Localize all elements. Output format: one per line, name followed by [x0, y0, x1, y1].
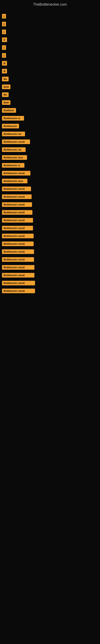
bottleneck-label: E — [2, 38, 7, 42]
list-item: Bottleneck — [2, 122, 98, 130]
bottleneck-label: Bottleneck res — [2, 147, 26, 152]
list-item: Bottleneck result — [2, 169, 98, 177]
list-item: | — [2, 28, 98, 36]
bottleneck-label: Bottleneck result — [2, 234, 34, 238]
list-item: | — [2, 12, 98, 20]
bottleneck-label: Bottleneck result — [2, 273, 34, 278]
list-item: E — [2, 36, 98, 44]
site-title: TheBottlenecker.com — [0, 0, 100, 8]
list-item: Bo — [2, 75, 98, 83]
list-item: Bottleneck result — [2, 248, 98, 256]
bottleneck-label: Bott — [2, 84, 10, 89]
bottleneck-label: Bottleneck result — [2, 226, 33, 230]
list-item: Bo — [2, 91, 98, 98]
bottleneck-label: Bottleneck result — [2, 249, 34, 254]
list-item: Bottleneck result — [2, 287, 98, 295]
list-item: Bottleneck result — [2, 264, 98, 271]
list-item: Bottleneck resu — [2, 154, 98, 162]
bottleneck-label: Bottleneck — [2, 124, 19, 128]
bottleneck-label: Bottleneck res — [2, 132, 25, 136]
list-item: | — [2, 52, 98, 59]
list-item: Bottleneck result — [2, 256, 98, 264]
list-item: Bottleneck result — [2, 193, 98, 201]
bottleneck-label: Bottleneck resu — [2, 155, 27, 160]
bottleneck-label: | — [2, 14, 6, 18]
bottleneck-label: Bottleneck result — [2, 218, 33, 222]
list-item: [ — [2, 44, 98, 52]
list-item: B — [2, 59, 98, 67]
list-item: Bottleneck result — [2, 232, 98, 240]
bottleneck-label: Bottleneck result — [2, 257, 34, 262]
bottleneck-label: Bo — [2, 92, 9, 97]
bottleneck-label: Bottleneck result — [2, 265, 34, 270]
bottleneck-label: | — [2, 53, 6, 58]
list-item: Bottleneck re — [2, 114, 98, 122]
list-item: Bottleneck re — [2, 162, 98, 169]
list-item: [ — [2, 20, 98, 28]
bottleneck-label: Bottleneck result — [2, 288, 35, 293]
bottleneck-label: Bottleneck result — [2, 202, 32, 207]
bottleneck-label: Bottlene — [2, 108, 16, 113]
bottleneck-label: | — [2, 30, 6, 34]
bottleneck-label: Bottleneck resu — [2, 179, 27, 183]
bottleneck-label: Bottleneck result — [2, 281, 35, 285]
bottleneck-label: Bottleneck re — [2, 116, 24, 120]
list-item: Bottleneck result — [2, 271, 98, 279]
list-item: Bottleneck result — [2, 224, 98, 232]
list-item: Bottleneck result — [2, 208, 98, 216]
bottleneck-label: Bottleneck result — [2, 140, 30, 144]
list-item: Bottleneck res — [2, 130, 98, 138]
list-item: Bott — [2, 83, 98, 91]
list-item: Bottleneck res — [2, 146, 98, 154]
list-item: Bottleneck result — [2, 138, 98, 146]
list-item: Bottleneck resu — [2, 177, 98, 185]
bottleneck-label: [ — [2, 45, 6, 50]
list-item: Bottleneck result — [2, 201, 98, 208]
bottleneck-label: [ — [2, 22, 6, 26]
list-item: Bottleneck result — [2, 240, 98, 248]
list-item: Bottlene — [2, 106, 98, 114]
list-item: B — [2, 67, 98, 75]
bottleneck-label: Bottleneck result — [2, 210, 32, 215]
bottleneck-label: Bottleneck result — [2, 186, 31, 191]
bottleneck-label: B — [2, 61, 7, 66]
bottleneck-label: Bottleneck result — [2, 242, 34, 246]
bottleneck-label: Bo — [2, 77, 9, 81]
bottleneck-label: Bott — [2, 100, 10, 105]
bottleneck-label: B — [2, 69, 7, 74]
list-item: Bott — [2, 98, 98, 106]
bottleneck-label: Bottleneck result — [2, 171, 30, 176]
bottleneck-label: Bottleneck re — [2, 163, 24, 168]
content-area: |[|E[|BBBoBottBoBottBottleneBottleneck r… — [0, 8, 100, 299]
bottleneck-label: Bottleneck result — [2, 194, 32, 199]
list-item: Bottleneck result — [2, 185, 98, 193]
list-item: Bottleneck result — [2, 279, 98, 287]
list-item: Bottleneck result — [2, 216, 98, 224]
